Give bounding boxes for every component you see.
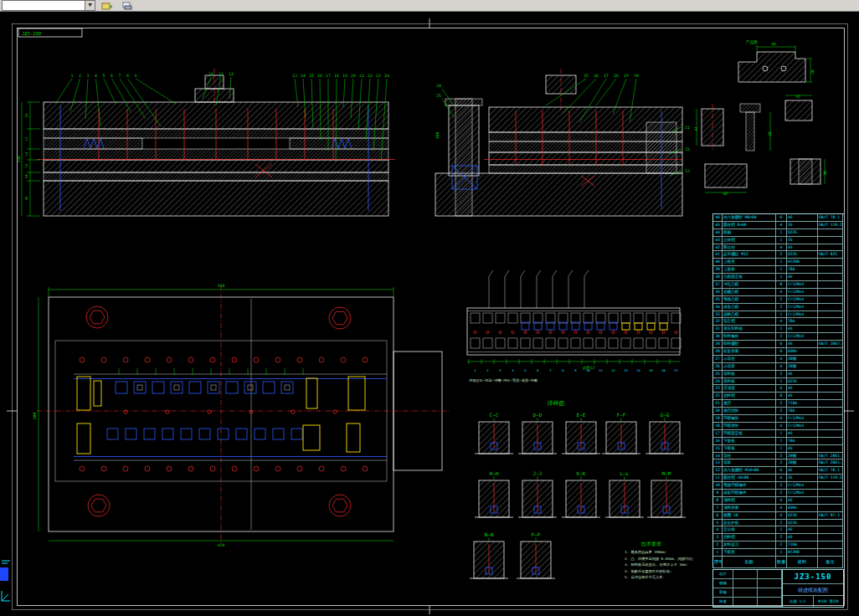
dim-value: 10 xyxy=(24,174,28,179)
balloon-leader xyxy=(596,79,616,105)
bom-cell: 4 xyxy=(776,318,787,326)
bom-cell: 9 xyxy=(713,490,723,497)
bom-cell: 35 xyxy=(787,475,818,482)
annotation-text: 30 xyxy=(823,171,827,176)
balloon-number: 11 xyxy=(219,72,224,76)
station-number: 11 xyxy=(599,368,603,372)
bom-cell: Cr12MoV xyxy=(787,311,818,319)
station-number: 2 xyxy=(486,368,488,372)
detail-block-3 xyxy=(705,164,747,187)
bom-cell: 45 xyxy=(787,371,818,378)
open-drawing-button[interactable] xyxy=(99,1,116,11)
bom-cell: 45 xyxy=(787,244,818,252)
pilot-hole xyxy=(562,331,564,333)
bom-cell: 导料板 xyxy=(723,371,776,378)
title-block-sign-cell xyxy=(733,579,758,588)
section-label: E—E xyxy=(577,412,586,418)
bom-cell: 28 xyxy=(713,348,723,356)
bom-cell xyxy=(818,304,843,311)
screw-hole xyxy=(80,357,85,362)
ucs-icon xyxy=(0,557,13,611)
bom-cell: 6 xyxy=(776,214,787,222)
assembly-section-front-view xyxy=(37,69,395,216)
bom-row: 36切槽凸模4Cr12MoV xyxy=(713,289,844,296)
product-part-detail xyxy=(738,45,812,82)
station-number: 14 xyxy=(636,368,640,372)
bom-cell: 上垫板 xyxy=(723,266,776,274)
bom-cell: 10 xyxy=(713,482,723,490)
bom-cell: 45 xyxy=(787,430,818,438)
bom-cell xyxy=(818,482,843,490)
bom-cell: 矩形弹簧 xyxy=(723,348,776,356)
bom-row: 34成形凸模2Cr12MoV xyxy=(713,304,844,311)
station-feature-top xyxy=(646,313,656,323)
screw-hole xyxy=(145,466,150,471)
layer-dropdown[interactable]: ▼ xyxy=(2,0,95,11)
dowel-hole xyxy=(208,410,211,413)
bom-cell: 13 xyxy=(713,459,723,467)
section-label: M—M xyxy=(662,470,671,476)
bom-cell: 14 xyxy=(713,453,723,460)
bom-cell: 22 xyxy=(713,393,723,400)
bom-cell xyxy=(818,438,843,445)
bom-cell: Cr12MoV xyxy=(787,490,818,497)
balloon-number: 22 xyxy=(368,74,373,78)
bom-cell: 4 xyxy=(776,475,787,482)
cavity-insert xyxy=(174,385,179,390)
bom-cell: 35 xyxy=(787,222,818,229)
bom-cell xyxy=(818,266,843,274)
bom-cell: 39 xyxy=(713,266,723,274)
bom-cell: 小导套 xyxy=(723,363,776,371)
bom-cell xyxy=(818,274,843,281)
bom-row: 23浮顶器645 xyxy=(713,385,844,393)
dim-value: 12 xyxy=(24,136,28,141)
station-cut xyxy=(547,322,554,330)
bom-row: 38凸模固定板145 xyxy=(713,274,844,281)
balloon-number: 5 xyxy=(103,74,105,78)
dowel-hole xyxy=(124,410,127,413)
bom-cell xyxy=(818,542,843,549)
title-block-sign-cell: 校核 xyxy=(713,579,733,588)
section-label: G—G xyxy=(661,412,670,418)
annotation-text: 44 xyxy=(694,126,698,131)
dropdown-arrow-icon[interactable]: ▼ xyxy=(85,1,95,10)
station-feature-top xyxy=(558,313,568,323)
bom-row: 13导套220钢GB/T 2861.3 xyxy=(713,459,844,467)
section-label: P—P xyxy=(532,531,541,537)
hex-bolt-head xyxy=(332,499,347,512)
balloon-number: 31 xyxy=(685,126,690,130)
bom-row: 2废料切刀2T10A xyxy=(713,542,844,549)
bom-cell: GB/T 119.2 xyxy=(818,222,843,229)
bom-cell: 34 xyxy=(713,304,723,311)
station-number: 8 xyxy=(562,368,564,372)
pilot-hole xyxy=(587,331,589,333)
station-number: 1 xyxy=(474,368,476,372)
bom-cell: 4 xyxy=(776,289,787,296)
bom-cell: 圆柱销 10×80 xyxy=(723,475,776,482)
balloon-number: 3 xyxy=(87,74,90,78)
bom-cell: 内六角螺钉 M8×60 xyxy=(723,214,776,222)
die-cavity xyxy=(208,382,219,393)
pilot-hole xyxy=(574,331,577,333)
bom-cell: HT200 xyxy=(787,549,818,557)
station-feature-bottom xyxy=(533,338,543,348)
bom-cell: 安全护板 xyxy=(723,520,776,527)
bom-cell: 42 xyxy=(713,244,723,252)
bom-cell: 32 xyxy=(713,318,723,326)
plot-button[interactable] xyxy=(119,1,136,11)
bom-cell xyxy=(818,296,843,304)
dim-value: 14 xyxy=(24,152,28,157)
station-feature-top xyxy=(483,313,492,323)
station-feature-bottom xyxy=(659,338,668,348)
bom-cell: 2 xyxy=(776,459,787,467)
bom-cell: 45 xyxy=(787,214,818,222)
screw-hole xyxy=(275,466,280,471)
bom-row: 20侧刃挡块2T8A xyxy=(713,408,844,415)
station-feature-bottom xyxy=(471,338,480,348)
title-block-sign-cell xyxy=(733,588,758,598)
die-cavity xyxy=(144,429,155,439)
bom-cell: Q235 xyxy=(787,229,818,237)
bom-row: 5安全护板2Q235 xyxy=(713,520,844,527)
screw-hole xyxy=(210,357,215,362)
bom-row: 15下模板145 xyxy=(713,445,844,453)
